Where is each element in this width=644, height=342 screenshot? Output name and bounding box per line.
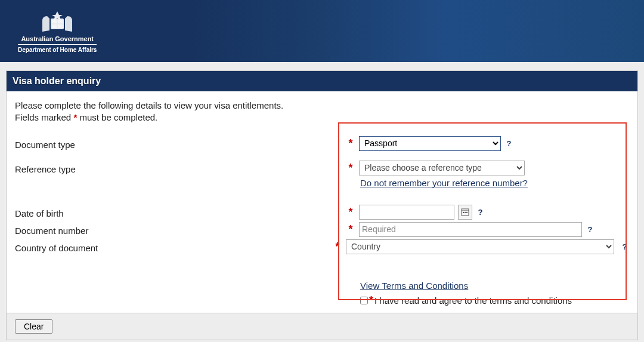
help-icon[interactable]: ? xyxy=(586,225,595,234)
country-select[interactable]: Country xyxy=(346,239,614,254)
country-label: Country of document xyxy=(15,241,333,253)
intro-line1: Please complete the following details to… xyxy=(15,100,629,112)
help-icon[interactable]: ? xyxy=(504,139,513,148)
required-marker: * xyxy=(346,162,355,174)
date-of-birth-input[interactable] xyxy=(359,205,454,220)
terms-checkbox[interactable] xyxy=(360,297,368,304)
svg-rect-3 xyxy=(52,24,57,28)
document-type-select[interactable]: Passport xyxy=(359,136,501,151)
department-name: Department of Home Affairs xyxy=(18,44,97,53)
clear-button[interactable]: Clear xyxy=(15,319,52,334)
form-footer: Clear xyxy=(7,313,637,340)
date-of-birth-label: Date of birth xyxy=(15,206,346,218)
panel-title: Visa holder enquiry xyxy=(7,71,637,91)
svg-rect-9 xyxy=(466,212,467,213)
intro-line2: Fields marked * must be completed. xyxy=(15,112,629,124)
coat-of-arms-icon xyxy=(36,9,78,34)
reference-type-label: Reference type xyxy=(15,162,346,174)
help-icon[interactable]: ? xyxy=(476,208,485,217)
enquiry-panel: Visa holder enquiry Please complete the … xyxy=(6,70,638,340)
government-name: Australian Government xyxy=(21,35,94,42)
svg-rect-2 xyxy=(58,20,63,23)
required-marker: * xyxy=(346,137,355,150)
calendar-icon xyxy=(461,208,469,216)
intro-text: Please complete the following details to… xyxy=(15,100,629,124)
required-marker: * xyxy=(346,206,355,218)
government-logo-block: Australian Government Department of Home… xyxy=(18,9,97,53)
document-type-label: Document type xyxy=(15,137,346,150)
terms-checkbox-label: I have read and agree to the terms and c… xyxy=(374,295,572,306)
calendar-button[interactable] xyxy=(458,205,472,220)
forgot-reference-link[interactable]: Do not remember your reference number? xyxy=(360,178,528,188)
reference-type-select[interactable]: Please choose a reference type xyxy=(359,161,525,175)
svg-rect-8 xyxy=(465,212,466,213)
required-marker: * xyxy=(333,241,342,253)
svg-rect-4 xyxy=(58,24,63,28)
svg-rect-1 xyxy=(52,20,57,23)
document-number-label: Document number xyxy=(15,223,346,236)
terms-link[interactable]: View Terms and Conditions xyxy=(360,281,468,291)
app-header: Australian Government Department of Home… xyxy=(0,0,644,62)
svg-rect-7 xyxy=(463,212,464,213)
help-icon[interactable]: ? xyxy=(620,242,629,251)
required-marker: * xyxy=(369,294,373,307)
required-marker: * xyxy=(346,223,355,236)
document-number-input[interactable] xyxy=(359,222,582,237)
